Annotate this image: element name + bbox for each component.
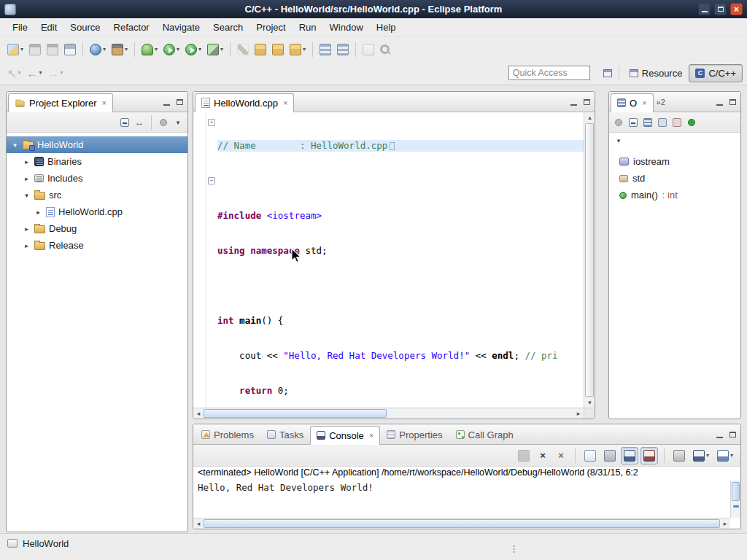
tab-call-graph[interactable]: Call Graph bbox=[449, 425, 520, 444]
print-button[interactable] bbox=[61, 41, 79, 58]
last-edit-location-button[interactable]: ↖▾ bbox=[4, 65, 24, 82]
menu-project[interactable]: Project bbox=[249, 19, 292, 36]
tab-tasks[interactable]: Tasks bbox=[260, 425, 310, 444]
link-with-editor-button[interactable] bbox=[360, 41, 377, 58]
show-on-stderr-button[interactable] bbox=[640, 447, 658, 464]
menu-run[interactable]: Run bbox=[293, 19, 323, 36]
maximize-panel-button[interactable] bbox=[580, 96, 593, 109]
tab-console[interactable]: Console × bbox=[310, 426, 380, 445]
menu-source[interactable]: Source bbox=[63, 19, 107, 36]
open-console-button[interactable]: ▾ bbox=[714, 447, 736, 464]
scrollbar-thumb[interactable] bbox=[732, 482, 740, 501]
menu-navigate[interactable]: Navigate bbox=[156, 19, 206, 36]
code-line-1[interactable]: // Name : HelloWorld.cpp bbox=[217, 140, 584, 152]
code-line-8[interactable]: return 0; bbox=[217, 385, 584, 397]
close-icon[interactable]: × bbox=[642, 99, 646, 107]
outline-item-main[interactable]: main() : int bbox=[609, 187, 740, 203]
new-wizard-button[interactable]: ▾ bbox=[4, 41, 26, 58]
tree-item-binaries[interactable]: ▸ Binaries bbox=[7, 153, 187, 170]
scroll-up-icon[interactable]: ▴ bbox=[584, 112, 595, 122]
window-close-button[interactable]: × bbox=[730, 3, 743, 15]
save-button[interactable] bbox=[26, 41, 44, 58]
call-hierarchy-button[interactable] bbox=[334, 41, 352, 58]
display-selected-console-button[interactable]: ▾ bbox=[690, 447, 712, 464]
remove-launch-button[interactable]: × bbox=[535, 448, 551, 463]
tab-problems[interactable]: Problems bbox=[195, 425, 260, 444]
expander-icon[interactable]: ▸ bbox=[23, 225, 31, 233]
expander-icon[interactable]: ▾ bbox=[11, 141, 19, 149]
debug-button[interactable]: ▾ bbox=[139, 41, 160, 58]
perspective-cpp-button[interactable]: C C/C++ bbox=[689, 64, 743, 82]
back-history-button[interactable]: ←▾ bbox=[24, 65, 45, 82]
code-line-7[interactable]: cout << "Hello, Red Hat Developers World… bbox=[217, 350, 584, 362]
search-button[interactable] bbox=[377, 42, 392, 57]
maximize-panel-button[interactable] bbox=[726, 96, 739, 109]
new-cpp-project-button[interactable]: ▾ bbox=[87, 41, 109, 58]
type-hierarchy-button[interactable] bbox=[317, 41, 334, 58]
code-line-5[interactable] bbox=[217, 280, 584, 292]
sash-handle[interactable] bbox=[513, 545, 515, 554]
expander-icon[interactable]: ▾ bbox=[23, 192, 31, 199]
minimize-panel-button[interactable] bbox=[567, 96, 580, 109]
maximize-panel-button[interactable] bbox=[173, 96, 186, 109]
scrollbar-thumb[interactable] bbox=[204, 519, 720, 528]
collapse-all-button[interactable] bbox=[118, 116, 131, 129]
window-maximize-button[interactable] bbox=[714, 3, 727, 15]
scroll-left-icon[interactable]: ◂ bbox=[193, 518, 204, 529]
remove-all-launches-button[interactable]: × bbox=[553, 448, 569, 463]
sort-button[interactable] bbox=[641, 116, 654, 129]
tree-item-helloworld[interactable]: ▾ HelloWorld bbox=[7, 136, 187, 153]
expander-icon[interactable]: ▸ bbox=[23, 242, 31, 249]
clear-console-button[interactable] bbox=[581, 447, 599, 464]
scroll-right-icon[interactable]: ▸ bbox=[573, 408, 584, 419]
tree-item-includes[interactable]: ▸ Includes bbox=[7, 170, 187, 187]
open-perspective-button[interactable] bbox=[600, 66, 615, 80]
menu-help[interactable]: Help bbox=[370, 19, 403, 36]
view-menu-button[interactable]: ▾ bbox=[612, 134, 625, 147]
focus-button[interactable] bbox=[612, 116, 625, 129]
link-with-editor-button[interactable]: ↔ bbox=[133, 116, 146, 129]
menu-refactor[interactable]: Refactor bbox=[107, 19, 156, 36]
editor-horizontal-scrollbar[interactable]: ◂ ▸ bbox=[193, 408, 584, 419]
tab-project-explorer[interactable]: Project Explorer × bbox=[8, 93, 113, 112]
console-horizontal-scrollbar[interactable]: ◂ ▸ bbox=[193, 518, 730, 529]
scrollbar-thumb[interactable] bbox=[204, 409, 387, 418]
scroll-left-icon[interactable]: ◂ bbox=[193, 408, 204, 419]
hide-fields-button[interactable] bbox=[656, 116, 669, 129]
view-menu-button[interactable]: ▾ bbox=[171, 116, 185, 129]
hide-static-button[interactable] bbox=[670, 116, 684, 129]
maximize-panel-button[interactable] bbox=[726, 428, 739, 441]
tab-outline[interactable]: O × bbox=[611, 93, 654, 112]
close-icon[interactable]: × bbox=[283, 99, 287, 107]
fold-collapsed-icon[interactable]: + bbox=[208, 119, 215, 126]
folded-region-box[interactable] bbox=[390, 142, 395, 150]
code-area[interactable]: // Name : HelloWorld.cpp #include <iostr… bbox=[217, 117, 584, 408]
show-on-stdout-button[interactable] bbox=[621, 447, 638, 464]
menu-window[interactable]: Window bbox=[323, 19, 370, 36]
tree-item-release[interactable]: ▸ Release bbox=[7, 237, 187, 254]
tab-helloworld-cpp[interactable]: HelloWorld.cpp × bbox=[195, 93, 294, 112]
menu-file[interactable]: File bbox=[6, 19, 34, 36]
outline-item-iostream[interactable]: iostream bbox=[609, 153, 740, 170]
menu-edit[interactable]: Edit bbox=[34, 19, 63, 36]
scroll-lock-button[interactable] bbox=[601, 447, 619, 464]
expander-icon[interactable]: ▸ bbox=[34, 209, 42, 216]
forward-history-button[interactable]: →▾ bbox=[45, 65, 66, 82]
code-line-3[interactable]: #include <iostream> bbox=[217, 210, 584, 222]
menu-search[interactable]: Search bbox=[206, 19, 249, 36]
close-icon[interactable]: × bbox=[369, 432, 374, 440]
focus-button[interactable] bbox=[157, 116, 170, 129]
code-line-4[interactable]: using namespace std; bbox=[217, 245, 584, 257]
quick-access-input[interactable] bbox=[508, 66, 590, 80]
outline-item-std[interactable]: std bbox=[609, 170, 740, 187]
tab-overflow-indicator[interactable]: »2 bbox=[654, 98, 668, 106]
tree-item-debug[interactable]: ▸ Debug bbox=[7, 220, 187, 237]
minimize-panel-button[interactable] bbox=[713, 96, 726, 109]
minimize-panel-button[interactable] bbox=[160, 96, 173, 109]
window-minimize-button[interactable] bbox=[698, 3, 711, 15]
code-editor[interactable]: + − // Name : HelloWorld.cpp #include <i… bbox=[193, 112, 584, 408]
perspective-resource-button[interactable]: Resource bbox=[623, 64, 689, 82]
tree-item-src[interactable]: ▾ src bbox=[7, 187, 187, 203]
editor-vertical-scrollbar[interactable]: ▴ ▾ bbox=[584, 112, 595, 408]
close-icon[interactable]: × bbox=[101, 99, 106, 107]
